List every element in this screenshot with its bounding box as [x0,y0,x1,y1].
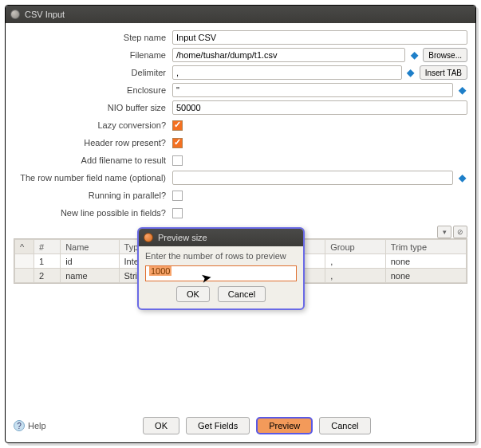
dialog-label: Enter the number of rows to preview [145,251,297,261]
preview-button[interactable]: Preview [256,417,313,434]
step-name-label: Step name [14,33,169,42]
ok-button[interactable]: OK [143,417,179,434]
diamond-icon[interactable]: ◆ [408,49,420,61]
header-label: Header row present? [14,138,169,147]
window-title: CSV Input [25,10,65,19]
filename-input[interactable] [172,48,405,62]
column-header[interactable]: Name [61,240,119,254]
cell[interactable]: none [385,269,466,283]
cell[interactable]: , [325,269,386,283]
enclosure-label: Enclosure [14,85,169,95]
lazy-label: Lazy conversion? [14,120,169,130]
dialog-ok-button[interactable]: OK [176,286,210,302]
close-icon[interactable] [144,233,153,242]
cell[interactable]: 1 [34,254,61,269]
insert-tab-button[interactable]: Insert TAB [420,65,467,80]
filename-label: Filename [14,50,169,60]
cell[interactable]: none [385,254,466,269]
delimiter-label: Delimiter [14,68,169,77]
diamond-icon[interactable]: ◆ [405,67,416,78]
cell[interactable]: 2 [34,269,61,283]
browse-button[interactable]: Browse... [423,48,467,62]
form: Step name Filename ◆ Browse... Delimiter… [6,23,475,224]
parallel-checkbox[interactable] [172,191,183,201]
column-header[interactable]: Group [325,240,386,254]
cell[interactable]: , [325,254,386,269]
newline-label: New line possible in fields? [14,208,169,218]
rownum-input[interactable] [172,171,453,185]
diamond-icon[interactable]: ◆ [456,172,467,183]
dialog-cancel-button[interactable]: Cancel [218,286,266,302]
enclosure-input[interactable] [172,83,453,97]
nio-label: NIO buffer size [14,103,169,112]
column-header[interactable]: Trim type [385,240,466,254]
parallel-label: Running in parallel? [14,191,169,200]
main-window: CSV Input Step name Filename ◆ Browse...… [5,5,476,443]
add-filename-checkbox[interactable] [172,155,183,166]
rownum-label: The row number field name (optional) [14,173,169,183]
titlebar: CSV Input [6,6,475,23]
dialog-title: Preview size [158,233,207,242]
add-filename-label: Add filename to result [14,155,169,165]
toolbar-button[interactable]: ▾ [437,226,451,238]
nio-input[interactable] [172,100,467,115]
step-name-input[interactable] [172,30,467,45]
close-icon[interactable] [10,10,20,19]
row-marker [15,269,34,283]
header-checkbox[interactable] [172,138,183,148]
footer: ? Help OK Get Fields Preview Cancel [14,417,467,434]
cancel-button[interactable]: Cancel [319,417,370,434]
cell[interactable]: name [61,269,119,283]
column-header[interactable]: # [34,240,61,254]
cell[interactable]: id [61,254,119,269]
table-corner: ^ [15,240,34,254]
help-icon: ? [14,420,25,431]
toolbar-button[interactable]: ⊘ [453,226,467,238]
help-label: Help [28,421,46,430]
preview-size-dialog: Preview size Enter the number of rows to… [137,227,305,310]
row-marker [15,254,34,269]
rows-value: 1000 [149,266,172,276]
get-fields-button[interactable]: Get Fields [186,417,250,434]
rows-input[interactable]: 1000 [145,265,297,281]
lazy-checkbox[interactable] [172,120,183,131]
help-button[interactable]: ? Help [14,420,46,431]
delimiter-input[interactable] [172,65,402,80]
dialog-titlebar: Preview size [139,229,303,246]
diamond-icon[interactable]: ◆ [456,84,467,96]
newline-checkbox[interactable] [172,208,183,218]
